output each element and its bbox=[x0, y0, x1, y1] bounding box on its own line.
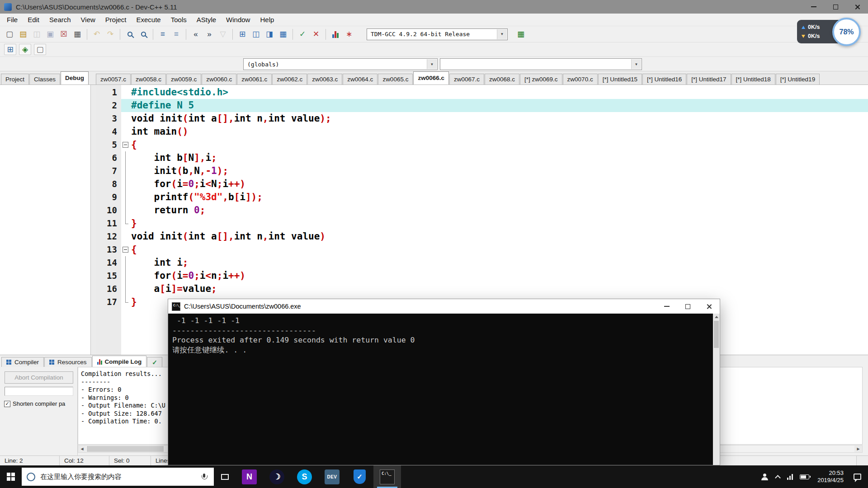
battery-percent-widget[interactable]: 78% bbox=[832, 18, 861, 46]
menu-tools[interactable]: Tools bbox=[166, 14, 192, 26]
fold-marker[interactable] bbox=[121, 243, 130, 256]
code-line[interactable]: 8 for(i=0;i<N;i++) bbox=[96, 178, 868, 191]
line-number[interactable]: 10 bbox=[96, 204, 121, 217]
network-icon[interactable] bbox=[787, 474, 793, 480]
code-line[interactable]: 1#include<stdio.h> bbox=[96, 86, 868, 99]
scroll-up-icon[interactable] bbox=[713, 314, 720, 320]
code-line[interactable]: 16 a[i]=value; bbox=[96, 282, 868, 296]
menu-view[interactable]: View bbox=[76, 14, 100, 26]
compile-button[interactable]: ⊞ bbox=[236, 28, 249, 41]
run-button[interactable]: ◫ bbox=[250, 28, 262, 41]
code-line[interactable]: 6 int b[N],i; bbox=[96, 151, 868, 164]
code-line[interactable]: 3void init(int a[],int n,int value); bbox=[96, 112, 868, 125]
stop-execution-button[interactable]: ✕ bbox=[310, 28, 322, 41]
menu-search[interactable]: Search bbox=[44, 14, 76, 26]
editor-tab-zw0067c[interactable]: zw0067.c bbox=[449, 74, 484, 84]
line-number[interactable]: 4 bbox=[96, 125, 121, 138]
code-line[interactable]: 10 return 0; bbox=[96, 204, 868, 217]
editor-tab-zw0070c[interactable]: zw0070.c bbox=[563, 74, 598, 84]
editor-tab-zw0068c[interactable]: zw0068.c bbox=[485, 74, 519, 84]
editor-tab-zw0063c[interactable]: zw0063.c bbox=[307, 74, 342, 84]
menu-edit[interactable]: Edit bbox=[23, 14, 44, 26]
editor-tab-untitled16[interactable]: [*] Untitled16 bbox=[642, 74, 686, 84]
chevron-up-icon[interactable] bbox=[775, 474, 780, 479]
microphone-icon[interactable] bbox=[202, 474, 207, 480]
editor-tab-zw0062c[interactable]: zw0062.c bbox=[272, 74, 307, 84]
line-number[interactable]: 12 bbox=[96, 230, 121, 243]
media-app-icon[interactable]: ☽ bbox=[263, 465, 291, 488]
close-file-button[interactable]: ☒ bbox=[57, 28, 70, 41]
profile-button[interactable] bbox=[329, 28, 342, 41]
editor-tab-untitled15[interactable]: [*] Untitled15 bbox=[598, 74, 642, 84]
security-shield-icon[interactable]: ✓ bbox=[346, 465, 373, 488]
line-number[interactable]: 7 bbox=[96, 164, 121, 178]
editor-tab-zw0069c[interactable]: [*] zw0069.c bbox=[520, 74, 562, 84]
fold-marker[interactable] bbox=[121, 138, 130, 151]
editor-tab-untitled17[interactable]: [*] Untitled17 bbox=[687, 74, 731, 84]
report-tab-resources[interactable]: Resources bbox=[44, 357, 92, 367]
menu-window[interactable]: Window bbox=[221, 14, 255, 26]
code-line[interactable]: 9 printf("%3d",b[i]); bbox=[96, 191, 868, 204]
start-button[interactable] bbox=[0, 465, 22, 488]
open-file-button[interactable]: ▤ bbox=[17, 28, 29, 41]
editor-tab-zw0058c[interactable]: zw0058.c bbox=[131, 74, 166, 84]
replace-button[interactable] bbox=[137, 28, 150, 41]
menu-astyle[interactable]: AStyle bbox=[192, 14, 221, 26]
minimize-button[interactable] bbox=[803, 0, 825, 14]
console-window[interactable]: C:\Users\ASUS\Documents\zw0066.exe -1 -1… bbox=[168, 299, 720, 465]
console-minimize-button[interactable] bbox=[656, 299, 677, 314]
editor-tab-zw0064c[interactable]: zw0064.c bbox=[343, 74, 377, 84]
editor-tab-zw0065c[interactable]: zw0065.c bbox=[378, 74, 413, 84]
print-button[interactable]: ▦ bbox=[71, 28, 84, 41]
rebuild-button[interactable]: ▦ bbox=[277, 28, 289, 41]
scrollbar-thumb[interactable] bbox=[87, 446, 164, 452]
insert-button[interactable]: ⊞ bbox=[4, 44, 16, 55]
project-panel[interactable] bbox=[0, 85, 91, 355]
menu-help[interactable]: Help bbox=[255, 14, 279, 26]
taskbar-search[interactable]: 在这里输入你要搜索的内容 bbox=[22, 468, 214, 486]
report-tab-compile-log[interactable]: Compile Log bbox=[92, 356, 147, 367]
scrollbar-thumb[interactable] bbox=[714, 321, 719, 348]
line-number[interactable]: 13 bbox=[96, 243, 121, 256]
compiler-select[interactable]: TDM-GCC 4.9.2 64-bit Release bbox=[367, 28, 508, 40]
new-file-button[interactable]: ▢ bbox=[3, 28, 16, 41]
back-button[interactable]: « bbox=[189, 28, 202, 41]
people-icon[interactable] bbox=[761, 474, 768, 480]
line-number[interactable]: 11 bbox=[96, 217, 121, 230]
line-number[interactable]: 6 bbox=[96, 151, 121, 164]
members-select[interactable] bbox=[440, 58, 642, 70]
console-close-button[interactable] bbox=[698, 299, 720, 314]
code-line[interactable]: 4int main() bbox=[96, 125, 868, 138]
close-button[interactable] bbox=[846, 0, 868, 14]
code-line[interactable]: 13{ bbox=[96, 243, 868, 256]
menu-execute[interactable]: Execute bbox=[132, 14, 166, 26]
editor-tab-untitled19[interactable]: [*] Untitled19 bbox=[776, 74, 820, 84]
code-line[interactable]: 11} bbox=[96, 217, 868, 230]
editor-tab-zw0059c[interactable]: zw0059.c bbox=[166, 74, 201, 84]
goto-bookmark-button[interactable]: ▢ bbox=[34, 44, 46, 55]
line-number[interactable]: 15 bbox=[96, 269, 121, 282]
code-line[interactable]: 14 int i; bbox=[96, 256, 868, 269]
syntax-check-button[interactable]: ✓ bbox=[296, 28, 309, 41]
find-button[interactable] bbox=[123, 28, 136, 41]
report-tab-debug[interactable]: ✓ bbox=[147, 357, 162, 367]
editor-tab-zw0061c[interactable]: zw0061.c bbox=[237, 74, 272, 84]
console-app-icon[interactable]: C:\_ bbox=[373, 465, 401, 488]
code-line[interactable]: 7 init(b,N,-1); bbox=[96, 164, 868, 178]
line-number[interactable]: 2 bbox=[96, 99, 121, 112]
package-manager-button[interactable]: ▦ bbox=[514, 28, 527, 41]
scroll-left-icon[interactable] bbox=[78, 446, 86, 452]
globals-select[interactable]: (globals) bbox=[243, 58, 438, 70]
shorten-paths-checkbox[interactable]: Shorten compiler pa bbox=[4, 400, 76, 407]
panel-splitter[interactable] bbox=[91, 85, 96, 355]
editor-tab-zw0066c[interactable]: zw0066.c bbox=[413, 71, 449, 84]
task-view-button[interactable] bbox=[214, 465, 236, 488]
onenote-icon[interactable]: N bbox=[236, 465, 263, 488]
menu-file[interactable]: File bbox=[2, 14, 23, 26]
forward-button[interactable]: » bbox=[203, 28, 216, 41]
editor-tab-zw0060c[interactable]: zw0060.c bbox=[202, 74, 236, 84]
line-number[interactable]: 14 bbox=[96, 256, 121, 269]
maximize-button[interactable] bbox=[825, 0, 846, 14]
code-line[interactable]: 12void init(int a[],int n,int value) bbox=[96, 230, 868, 243]
panel-tab-classes[interactable]: Classes bbox=[29, 74, 60, 84]
